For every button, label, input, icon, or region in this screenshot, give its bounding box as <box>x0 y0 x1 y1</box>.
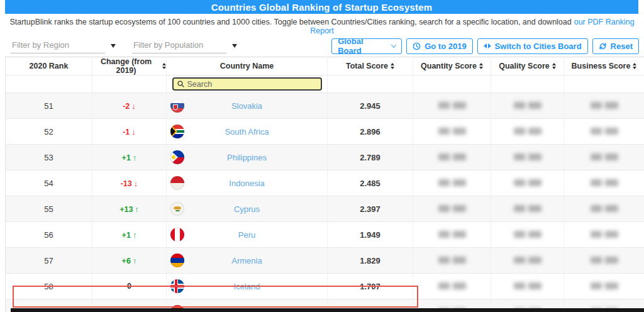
column-header-rank: 2020 Rank <box>6 57 92 75</box>
change-value: +6 <box>122 257 131 265</box>
total-score-cell: 2.485 <box>328 170 413 196</box>
page-description: StartupBlink ranks the startup ecosystem… <box>0 14 644 38</box>
switch-to-cities-label: Switch to Cities Board <box>495 42 582 51</box>
region-filter-input[interactable] <box>11 39 105 53</box>
hidden-quality-score <box>514 282 541 289</box>
hidden-quality-score <box>514 205 541 212</box>
column-header-quantity-score: Quantity Score <box>413 57 491 75</box>
table-row: 52 -1 South Africa 2.896 <box>6 119 644 145</box>
column-header-total-score: Total Score <box>328 57 413 75</box>
hidden-business-score <box>591 231 618 238</box>
country-link[interactable]: Philippines <box>227 153 267 162</box>
hidden-quantity-score <box>438 205 466 212</box>
country-link[interactable]: Iceland <box>234 282 260 291</box>
hidden-quantity-score <box>438 128 466 135</box>
change-arrow-icon <box>131 231 137 240</box>
sort-icon[interactable] <box>391 63 394 69</box>
change-arrow-icon <box>131 153 137 162</box>
hidden-quantity-score <box>438 257 466 264</box>
column-header-country: Country Name <box>167 57 328 75</box>
table-row: 51 -2 Slovakia 2.945 <box>6 93 644 119</box>
column-header-quality-score: Quality Score <box>491 57 564 75</box>
table-row: 56 +1 Peru 1.949 <box>6 222 644 248</box>
bottom-edge-bar <box>11 308 644 312</box>
change-cell: -2 <box>92 93 167 119</box>
go-to-2019-label: Go to 2019 <box>425 42 466 51</box>
change-value: -13 <box>121 179 132 188</box>
filters-group <box>5 39 237 53</box>
hidden-business-score <box>591 205 618 212</box>
rank-cell: 55 <box>6 196 92 222</box>
total-score-cell: 2.789 <box>328 145 413 170</box>
sort-icon[interactable] <box>633 63 636 69</box>
switch-to-cities-button[interactable]: Switch to Cities Board <box>477 38 588 54</box>
page-title: Countries Global Ranking of Startup Ecos… <box>5 0 638 14</box>
population-dropdown-arrow-icon[interactable] <box>232 44 237 48</box>
region-dropdown-arrow-icon[interactable] <box>111 44 116 48</box>
change-cell: -13 <box>92 170 167 196</box>
hidden-business-score <box>591 257 618 264</box>
change-value: -1 <box>123 128 130 136</box>
rank-cell: 57 <box>6 248 92 274</box>
country-flag-icon <box>170 254 184 267</box>
total-score-cell: 1.949 <box>328 222 413 248</box>
hidden-quality-score <box>514 102 541 109</box>
change-cell: +6 <box>92 248 167 274</box>
description-text: StartupBlink ranks the startup ecosystem… <box>9 18 571 26</box>
country-link[interactable]: Indonesia <box>229 179 264 188</box>
change-cell: +1 <box>92 145 167 170</box>
rank-cell: 54 <box>6 170 92 196</box>
total-score-cell: 2.397 <box>328 196 413 222</box>
reset-label: Reset <box>611 42 633 51</box>
ranking-table: 2020 Rank Change (from 2019) Country Nam… <box>5 57 644 312</box>
hidden-quantity-score <box>438 179 466 186</box>
hidden-quantity-score <box>438 282 466 289</box>
sort-icon[interactable] <box>162 63 166 69</box>
toolbar-actions: Global Board Go to 2019 Switch to Cities… <box>331 38 639 54</box>
total-score-cell: 1.829 <box>328 248 413 274</box>
change-cell: +1 <box>92 222 167 248</box>
change-arrow-icon <box>130 102 136 111</box>
change-value: +1 <box>122 231 131 240</box>
column-header-change: Change (from 2019) <box>92 57 167 75</box>
hidden-quality-score <box>514 153 541 160</box>
reset-button[interactable]: Reset <box>592 38 639 54</box>
hidden-quality-score <box>514 257 541 264</box>
region-filter <box>11 39 116 53</box>
country-link[interactable]: Armenia <box>231 256 262 265</box>
country-flag-icon <box>170 279 184 293</box>
change-cell: +13 <box>92 196 167 222</box>
hidden-quantity-score <box>438 231 466 238</box>
table-row: 55 +13 Cyprus 2.397 <box>6 196 644 222</box>
header-row: 2020 Rank Change (from 2019) Country Nam… <box>6 57 644 75</box>
country-link[interactable]: Slovakia <box>231 101 262 111</box>
total-score-cell: 1.707 <box>328 274 413 299</box>
change-cell: 0 <box>92 274 167 299</box>
toolbar: Global Board Go to 2019 Switch to Cities… <box>0 38 644 57</box>
hidden-quality-score <box>514 128 541 135</box>
column-header-business-score: Business Score <box>564 57 644 75</box>
change-value: 0 <box>127 282 131 291</box>
country-flag-icon <box>170 202 184 216</box>
left-right-arrows-icon <box>484 43 491 48</box>
go-to-2019-button[interactable]: Go to 2019 <box>406 38 472 54</box>
sort-icon[interactable] <box>552 63 556 69</box>
country-flag-icon <box>170 228 184 242</box>
country-search-box[interactable] <box>172 77 322 91</box>
startupblink-ranking-page: Countries Global Ranking of Startup Ecos… <box>0 0 644 312</box>
page-title-bar: Countries Global Ranking of Startup Ecos… <box>5 0 638 14</box>
country-link[interactable]: Peru <box>238 230 255 240</box>
board-select-value: Global Board <box>338 36 388 55</box>
country-link[interactable]: South Africa <box>225 127 269 136</box>
table-row: 54 -13 Indonesia 2.485 <box>6 170 644 196</box>
change-arrow-icon <box>132 179 138 188</box>
search-row <box>6 75 644 93</box>
hidden-quantity-score <box>438 153 466 160</box>
country-link[interactable]: Cyprus <box>234 204 260 214</box>
country-search-input[interactable] <box>187 80 317 89</box>
population-filter-input[interactable] <box>132 39 226 53</box>
table-row: 57 +6 Armenia 1.829 <box>6 248 644 274</box>
change-value: +1 <box>122 153 131 162</box>
sort-icon[interactable] <box>479 63 483 69</box>
board-select[interactable]: Global Board <box>331 38 402 54</box>
